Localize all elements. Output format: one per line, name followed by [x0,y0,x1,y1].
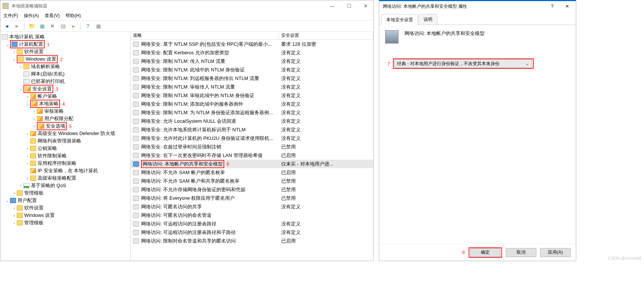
dialog-titlebar: 网络访问: 本地帐户的共享和安全模型 属性 ? ✕ [379,1,576,12]
folder-icon [30,146,36,151]
tree-admin-templates2[interactable]: ›管理模板 [0,219,130,227]
tree-pane[interactable]: 本地计算机 策略 ⌄计算机配置1 ›软件设置 ⌄Windows 设置2 ›域名解… [0,32,131,261]
user-icon [10,198,16,203]
extra-button[interactable]: ▦ [94,22,102,30]
policy-icon [133,238,139,244]
tree-ip-security[interactable]: IP 安全策略，在 本地计算机 [0,167,130,174]
list-row[interactable]: 网络访问: 不允许 SAM 帐户的匿名枚举已启用 [131,168,373,177]
back-button[interactable]: ◄ [3,22,11,30]
folder-icon [23,64,29,69]
policy-icon [133,119,139,124]
list-row[interactable]: 网络访问: 不允许 SAM 帐户和共享的匿名枚举已禁用 [131,177,373,185]
tree-computer-config[interactable]: ⌄计算机配置1 [0,41,130,48]
list-row[interactable]: 网络安全: 限制 NTLM: 此域中的 NTLM 身份验证没有定义 [131,65,373,74]
tree-advanced-audit[interactable]: ›高级审核策略配置 [0,174,130,182]
list-row[interactable]: 网络访问: 将 Everyone 权限应用于匿名用户已禁用 [131,194,373,202]
tree-windows-settings[interactable]: ⌄Windows 设置2 [0,55,130,63]
folder-icon [17,49,23,54]
tree-qos[interactable]: ›基于策略的 QoS [0,182,130,189]
menu-view[interactable]: 查看(V) [45,13,60,19]
list-body[interactable]: 网络安全: 基于 NTLM SSP 的(包括安全 RPC)客户端的最小...要求… [131,40,373,261]
list-row[interactable]: 网络访问: 可匿名访问的共享没有定义 [131,202,373,211]
tree-app-control[interactable]: ›应用程序控制策略 [0,160,130,167]
tree-public-key[interactable]: ›公钥策略 [0,145,130,152]
policy-icon [133,153,139,158]
list-row[interactable]: 网络安全: 允许 LocalSystem NULL 会话回退没有定义 [131,117,373,125]
tree-dns-policy[interactable]: ›域名解析策略 [0,63,130,70]
tree-security-settings[interactable]: ⌄安全设置3 [0,85,130,93]
help-button[interactable]: ? [548,3,556,10]
tree-deployed-printers[interactable]: 已部署的打印机 [0,78,130,85]
forward-button[interactable]: ► [13,22,21,30]
menu-action[interactable]: 操作(A) [24,13,39,19]
policy-value: 没有定义 [279,221,373,227]
tree-user-rights[interactable]: ›用户权限分配 [0,115,130,122]
list-row[interactable]: 网络安全: 配置 Kerberos 允许的加密类型没有定义 [131,48,373,57]
tree-admin-templates1[interactable]: ›管理模板 [0,189,130,197]
list-row[interactable]: 网络安全: 允许本地系统将计算机标识用于 NTLM没有定义 [131,125,373,134]
list-row[interactable]: 网络安全: 在超过登录时间后强制注销已禁用 [131,142,373,151]
col-setting[interactable]: 安全设置 [279,32,373,39]
list-row[interactable]: 网络访问: 可远程访问的注册表路径和子路径没有定义 [131,228,373,237]
policy-value: 已禁用 [279,195,373,202]
policy-value: 要求 128 位加密 [279,41,373,48]
ok-button[interactable]: 确定 [470,248,501,257]
annotation-8: 8 [462,250,465,255]
list-row[interactable]: 网络安全: 允许对此计算机的 PKU2U 身份验证请求使用联机...没有定义 [131,134,373,142]
tree-network-list[interactable]: 网络列表管理器策略 [0,137,130,145]
tab-description[interactable]: 说明 [419,14,437,25]
tree-software-restrict[interactable]: ›软件限制策略 [0,152,130,160]
list-row[interactable]: 网络安全: 限制 NTLM: 传入 NTLM 流量没有定义 [131,57,373,65]
policy-value: 已启用 [279,238,373,244]
tree-software-settings2[interactable]: ›软件设置 [0,204,130,212]
tree-user-config[interactable]: ⌄用户配置 [0,197,130,204]
apply-button[interactable]: 应用(A) [540,248,571,257]
tree-software-settings[interactable]: ›软件设置 [0,48,130,55]
tree-scripts[interactable]: 脚本(启动/关机) [0,70,130,78]
folder-icon [30,131,36,136]
list-row[interactable]: 网络访问: 可匿名访问的命名管道 [131,211,373,219]
folder-icon [37,116,43,121]
properties-button[interactable]: ▤ [59,22,67,30]
delete-button[interactable]: ✕ [48,22,57,30]
list-row[interactable]: 网络安全: 在下一次更改密码时不存储 LAN 管理器哈希值已启用 [131,151,373,160]
menu-help[interactable]: 帮助(H) [66,13,81,19]
list-row[interactable]: 网络访问: 可远程访问的注册表路径没有定义 [131,219,373,228]
policy-icon [133,221,139,227]
list-row[interactable]: 网络安全: 限制 NTLM: 添加此域中的服务器例外没有定义 [131,100,373,108]
menu-file[interactable]: 文件(F) [3,13,18,19]
close-button[interactable]: ✕ [361,2,371,10]
tree-audit-policy[interactable]: ›审核策略 [0,108,130,115]
list-row[interactable]: 网络安全: 限制 NTLM: 为 NTLM 身份验证添加远程服务器例...没有定… [131,108,373,117]
policy-icon [133,42,139,47]
close-button[interactable]: ✕ [562,3,572,10]
show-hide-button[interactable]: ▦ [38,22,46,30]
tab-local-security[interactable]: 本地安全设置 [381,15,418,25]
col-policy[interactable]: 策略 [131,32,279,39]
tree-account-policy[interactable]: ›帐户策略 [0,93,130,100]
dialog-body: 网络访问: 本地帐户的共享和安全模型 7 经典 - 对本地用户进行身份验证，不改… [379,25,576,244]
list-row[interactable]: 网络安全: 基于 NTLM SSP 的(包括安全 RPC)客户端的最小...要求… [131,40,373,48]
tree-defender[interactable]: ›高级安全 Windows Defender 防火墙 [0,130,130,137]
list-row[interactable]: 网络访问: 限制对命名管道和共享的匿名访问已启用 [131,237,373,245]
up-button[interactable]: 📁 [28,22,36,30]
maximize-button[interactable]: ☐ [344,2,355,10]
policy-icon [133,213,139,218]
policy-icon [133,84,139,90]
tree-windows-settings2[interactable]: ›Windows 设置 [0,212,130,219]
help-button[interactable]: ? [84,22,92,30]
list-row[interactable]: 网络安全: 限制 NTLM: 到远程服务器的传出 NTLM 流量没有定义 [131,74,373,83]
cancel-button[interactable]: 取消 [506,248,536,257]
minimize-button[interactable]: — [327,2,338,10]
folder-icon [17,220,23,225]
list-row[interactable]: 网络安全: 限制 NTLM: 审核此域中的 NTLM 身份验证没有定义 [131,91,373,100]
tree-security-options[interactable]: ›安全选项5 [0,122,130,130]
export-button[interactable]: ▸ [69,22,77,30]
tree-local-policy[interactable]: ⌄本地策略4 [0,100,130,108]
list-row[interactable]: 网络访问: 本地帐户的共享和安全模型6仅来宾 - 对本地用户进... [131,160,373,168]
security-model-combo[interactable]: 经典 - 对本地用户进行身份验证，不改变其本来身份 [394,59,532,68]
tree-root[interactable]: 本地计算机 策略 [0,33,130,41]
list-row[interactable]: 网络安全: 限制 NTLM: 审核传入 NTLM 流量没有定义 [131,83,373,91]
policy-value: 已禁用 [279,178,373,184]
list-row[interactable]: 网络访问: 不允许存储网络身份验证的密码和凭据已禁用 [131,185,373,194]
